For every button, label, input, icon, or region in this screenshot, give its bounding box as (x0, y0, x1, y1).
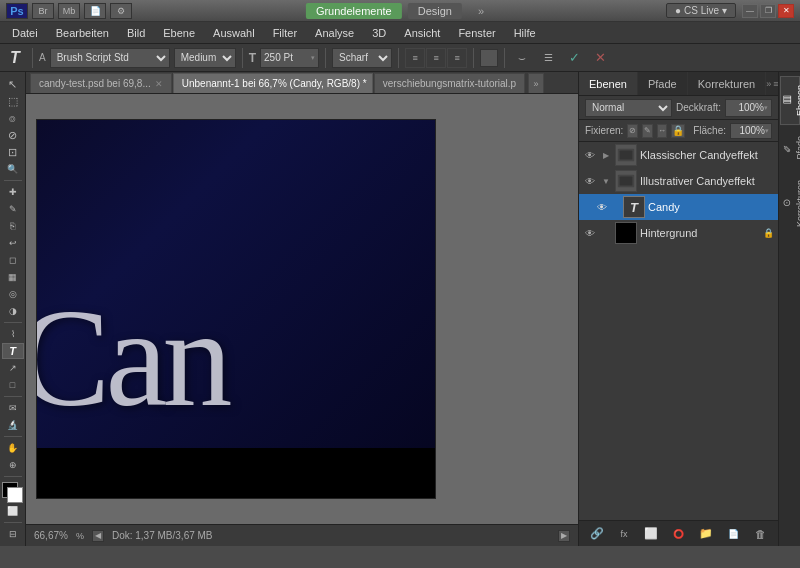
status-arrow-right[interactable]: ▶ (558, 530, 570, 542)
tab-ebenen[interactable]: Ebenen (579, 72, 638, 95)
background-color-swatch[interactable] (7, 487, 23, 503)
menu-item-bild[interactable]: Bild (119, 25, 153, 41)
fill-input[interactable] (733, 125, 765, 136)
minimize-button[interactable]: — (742, 4, 758, 18)
add-mask-button[interactable]: ⬜ (641, 524, 661, 544)
add-adjustment-button[interactable]: ⭕ (668, 524, 688, 544)
tab-pfade[interactable]: Pfade (638, 72, 688, 95)
layer-styles-button[interactable]: fx (614, 524, 634, 544)
layer-hintergrund[interactable]: 👁 ▶ Hintergrund 🔒 (579, 220, 778, 246)
eyedropper-tool-2[interactable]: 🔬 (2, 417, 24, 433)
layer-klassischer[interactable]: 👁 ▶ Klassischer Candyeffekt (579, 142, 778, 168)
lock-image-button[interactable]: ✎ (642, 124, 653, 138)
warp-text-button[interactable]: ⌣ (511, 48, 533, 68)
font-size-input[interactable] (264, 52, 309, 63)
gradient-tool[interactable]: ▦ (2, 269, 24, 285)
mini-bridge-icon[interactable]: Mb (58, 3, 80, 19)
move-tool[interactable]: ↖ (2, 76, 24, 92)
history-tool[interactable]: ↩ (2, 235, 24, 251)
layer-illustrativer[interactable]: 👁 ▼ Illustrativer Candyeffekt (579, 168, 778, 194)
cancel-button[interactable]: ✕ (589, 48, 611, 68)
tab-verschiebung[interactable]: verschiebungsmatrix-tutorial.p (374, 73, 525, 93)
lock-transparent-button[interactable]: ⊘ (627, 124, 638, 138)
dodge-tool[interactable]: ◑ (2, 303, 24, 319)
cs-live-button[interactable]: ● CS Live ▾ (666, 3, 736, 18)
anti-alias-select[interactable]: Scharf Stark Weich (332, 48, 392, 68)
menu-item-fenster[interactable]: Fenster (450, 25, 503, 41)
tabs-more-button[interactable]: » (528, 73, 544, 93)
restore-button[interactable]: ❐ (760, 4, 776, 18)
panel-tab-more[interactable]: » (766, 79, 771, 89)
text-color-swatch[interactable] (480, 49, 498, 67)
font-family-select[interactable]: Brush Script Std (50, 48, 170, 68)
type-tool-icon[interactable]: T (4, 47, 26, 69)
new-group-button[interactable]: 📁 (696, 524, 716, 544)
menu-item-auswahl[interactable]: Auswahl (205, 25, 263, 41)
layer-vis-illustrativer[interactable]: 👁 (583, 174, 597, 188)
menu-item-3d[interactable]: 3D (364, 25, 394, 41)
menu-item-analyse[interactable]: Analyse (307, 25, 362, 41)
brush-tool[interactable]: ✎ (2, 201, 24, 217)
layer-expand-klassischer[interactable]: ▶ (600, 149, 612, 161)
confirm-button[interactable]: ✓ (563, 48, 585, 68)
shape-tool[interactable]: □ (2, 377, 24, 393)
lock-all-button[interactable]: 🔒 (671, 124, 685, 138)
layer-vis-candy[interactable]: 👁 (595, 200, 609, 214)
document-icon[interactable]: 📄 (84, 3, 106, 19)
layer-vis-klassischer[interactable]: 👁 (583, 148, 597, 162)
healing-tool[interactable]: ✚ (2, 184, 24, 200)
grundelemente-button[interactable]: Grundelemente (306, 3, 402, 19)
status-arrow-left[interactable]: ◀ (92, 530, 104, 542)
align-center-button[interactable]: ≡ (426, 48, 446, 68)
lock-position-button[interactable]: ↔ (657, 124, 668, 138)
eraser-tool[interactable]: ◻ (2, 252, 24, 268)
menu-item-hilfe[interactable]: Hilfe (506, 25, 544, 41)
options-panel-button[interactable]: ☰ (537, 48, 559, 68)
collapsed-pfade[interactable]: ✎ Pfade (780, 127, 800, 169)
pen-tool[interactable]: ⌇ (2, 326, 24, 342)
tab-unbenannt[interactable]: Unbenannt-1 bei 66,7% (Candy, RGB/8) * ✕ (173, 73, 373, 93)
collapsed-korrekturen[interactable]: ⊙ Korrekturen (780, 171, 800, 236)
menu-item-ebene[interactable]: Ebene (155, 25, 203, 41)
eyedropper-tool[interactable]: 🔍 (2, 161, 24, 177)
close-button[interactable]: ✕ (778, 4, 794, 18)
menu-item-datei[interactable]: Datei (4, 25, 46, 41)
delete-layer-button[interactable]: 🗑 (750, 524, 770, 544)
menu-item-filter[interactable]: Filter (265, 25, 305, 41)
layer-expand-illustrativer[interactable]: ▼ (600, 175, 612, 187)
canvas-container[interactable]: Can (26, 94, 578, 524)
marquee-tool[interactable]: ⬚ (2, 93, 24, 109)
blend-mode-select[interactable]: Normal Multiplizieren Abblenden (585, 99, 672, 117)
type-tool[interactable]: T (2, 343, 24, 359)
new-layer-button[interactable]: 📄 (723, 524, 743, 544)
layer-candy[interactable]: 👁 T Candy (579, 194, 778, 220)
path-select-tool[interactable]: ↗ (2, 360, 24, 376)
quick-mask-button[interactable]: ⬜ (2, 503, 24, 519)
hand-tool[interactable]: ✋ (2, 440, 24, 456)
clone-tool[interactable]: ⎘ (2, 218, 24, 234)
collapsed-ebenen[interactable]: ▤ Ebenen (780, 76, 800, 125)
screen-mode-button[interactable]: ⊟ (2, 526, 24, 542)
notes-tool[interactable]: ✉ (2, 400, 24, 416)
menu-item-ansicht[interactable]: Ansicht (396, 25, 448, 41)
tab-close-unbenannt[interactable]: ✕ (371, 79, 373, 89)
font-style-select[interactable]: Medium Bold Italic (174, 48, 236, 68)
design-button[interactable]: Design (408, 3, 462, 19)
zoom-tool[interactable]: ⊕ (2, 457, 24, 473)
crop-tool[interactable]: ⊡ (2, 144, 24, 160)
quick-select-tool[interactable]: ⊘ (2, 127, 24, 143)
layer-vis-hintergrund[interactable]: 👁 (583, 226, 597, 240)
opacity-input[interactable] (729, 102, 764, 113)
blur-tool[interactable]: ◎ (2, 286, 24, 302)
settings-icon[interactable]: ⚙ (110, 3, 132, 19)
tab-korrekturen[interactable]: Korrekturen (688, 72, 766, 95)
bridge-icon[interactable]: Br (32, 3, 54, 19)
tab-close-candy-test[interactable]: ✕ (155, 79, 163, 89)
more-workspaces-button[interactable]: » (468, 3, 494, 19)
link-layers-button[interactable]: 🔗 (587, 524, 607, 544)
align-left-button[interactable]: ≡ (405, 48, 425, 68)
align-right-button[interactable]: ≡ (447, 48, 467, 68)
tab-candy-test[interactable]: candy-test.psd bei 69,8... ✕ (30, 73, 172, 93)
lasso-tool[interactable]: ⌾ (2, 110, 24, 126)
menu-item-bearbeiten[interactable]: Bearbeiten (48, 25, 117, 41)
